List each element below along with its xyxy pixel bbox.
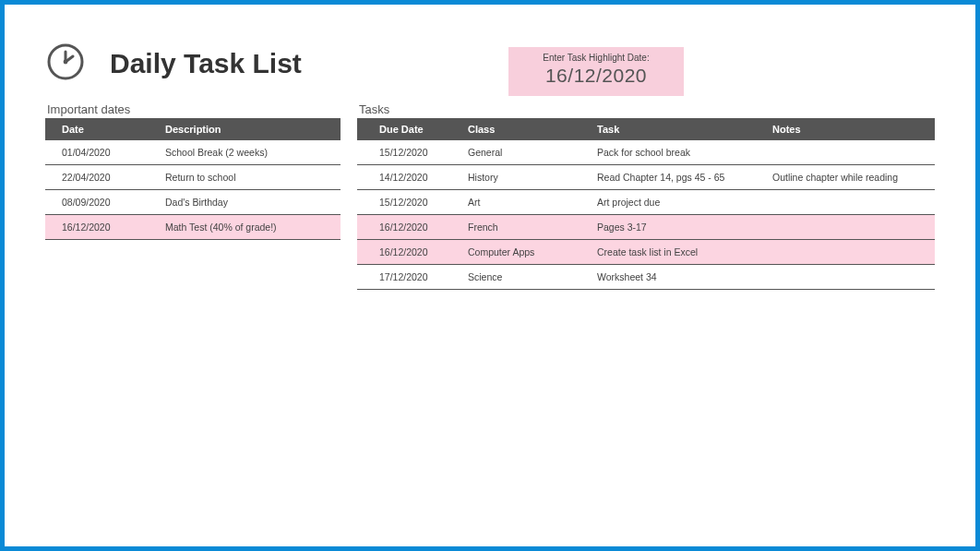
table-header-row: Date Description [45,118,341,140]
cell-notes: Outline chapter while reading [763,165,935,190]
cell-description: Math Test (40% of grade!) [156,215,341,240]
important-dates-title: Important dates [45,102,341,116]
cell-description: Dad's Birthday [156,190,341,215]
cell-due-date: 17/12/2020 [357,265,459,290]
cell-due-date: 16/12/2020 [357,240,459,265]
important-dates-table: Date Description 01/04/2020School Break … [45,118,341,240]
cell-class: Computer Apps [459,240,588,265]
cell-task: Pages 3-17 [588,215,763,240]
highlight-date-value: 16/12/2020 [508,65,684,87]
table-row[interactable]: 15/12/2020ArtArt project due [357,190,935,215]
header-row: Daily Task List [45,42,935,86]
cell-due-date: 16/12/2020 [357,215,459,240]
table-row[interactable]: 08/09/2020Dad's Birthday [45,190,341,215]
cell-date: 08/09/2020 [45,190,156,215]
cell-date: 16/12/2020 [45,215,156,240]
page-title: Daily Task List [110,48,302,79]
cell-notes [763,265,935,290]
cell-class: Art [459,190,588,215]
table-row[interactable]: 16/12/2020FrenchPages 3-17 [357,215,935,240]
cell-class: General [459,140,588,165]
highlight-date-box[interactable]: Enter Task Highlight Date: 16/12/2020 [508,47,684,96]
cell-date: 22/04/2020 [45,165,156,190]
col-due-date: Due Date [357,118,459,140]
cell-date: 01/04/2020 [45,140,156,165]
cell-due-date: 15/12/2020 [357,140,459,165]
cell-task: Pack for school break [588,140,763,165]
cell-notes [763,140,935,165]
col-date: Date [45,118,156,140]
cell-class: Science [459,265,588,290]
cell-due-date: 14/12/2020 [357,165,459,190]
cell-notes [763,240,935,265]
cell-class: French [459,215,588,240]
tasks-section: Tasks Due Date Class Task Notes 15/12/20… [357,102,935,290]
table-header-row: Due Date Class Task Notes [357,118,935,140]
col-class: Class [459,118,588,140]
table-row[interactable]: 16/12/2020Computer AppsCreate task list … [357,240,935,265]
table-row[interactable]: 16/12/2020Math Test (40% of grade!) [45,215,341,240]
highlight-label: Enter Task Highlight Date: [508,53,684,63]
tasks-table: Due Date Class Task Notes 15/12/2020Gene… [357,118,935,290]
cell-description: School Break (2 weeks) [156,140,341,165]
cell-task: Read Chapter 14, pgs 45 - 65 [588,165,763,190]
col-notes: Notes [763,118,935,140]
table-row[interactable]: 01/04/2020School Break (2 weeks) [45,140,341,165]
tasks-title: Tasks [357,102,935,116]
cell-notes [763,215,935,240]
col-task: Task [588,118,763,140]
title-block: Daily Task List [45,42,365,86]
cell-class: History [459,165,588,190]
cell-task: Create task list in Excel [588,240,763,265]
col-description: Description [156,118,341,140]
cell-task: Worksheet 34 [588,265,763,290]
table-row[interactable]: 14/12/2020HistoryRead Chapter 14, pgs 45… [357,165,935,190]
table-row[interactable]: 17/12/2020ScienceWorksheet 34 [357,265,935,290]
cell-due-date: 15/12/2020 [357,190,459,215]
table-row[interactable]: 15/12/2020GeneralPack for school break [357,140,935,165]
clock-icon [45,42,86,86]
cell-description: Return to school [156,165,341,190]
cell-notes [763,190,935,215]
cell-task: Art project due [588,190,763,215]
table-row[interactable]: 22/04/2020Return to school [45,165,341,190]
important-dates-section: Important dates Date Description 01/04/2… [45,102,341,290]
